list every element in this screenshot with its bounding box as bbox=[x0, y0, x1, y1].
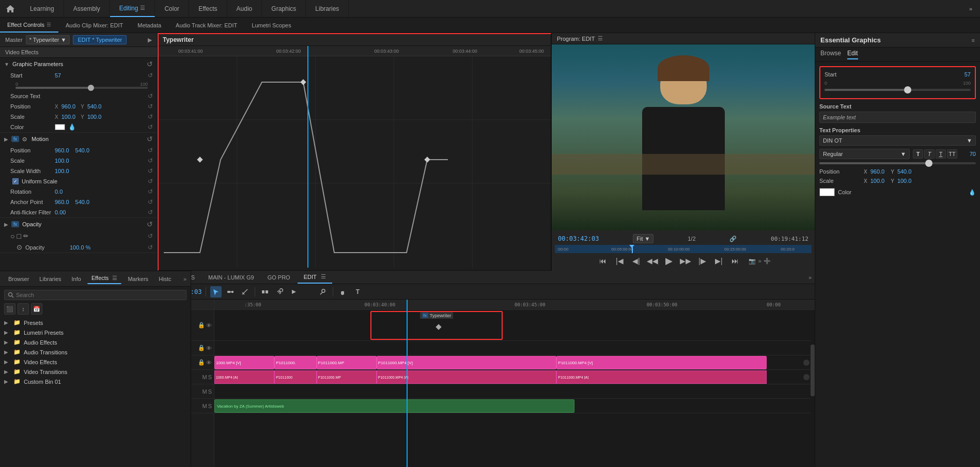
position-y-value[interactable]: 540.0 bbox=[87, 103, 102, 110]
eg-source-text-input[interactable]: Example text bbox=[819, 112, 976, 123]
typewriter-clip[interactable]: fx Typewriter bbox=[370, 311, 503, 340]
monitor-time[interactable]: 00:03:42:03 bbox=[558, 235, 599, 242]
motion-pos-reset[interactable]: ↺ bbox=[148, 147, 153, 154]
motion-pos-y[interactable]: 540.0 bbox=[75, 147, 90, 153]
more-workspaces-button[interactable]: » bbox=[961, 6, 980, 12]
eg-scale-x[interactable]: 100.0 bbox=[870, 178, 885, 184]
anti-flicker-reset[interactable]: ↺ bbox=[148, 209, 153, 216]
monitor-timeline[interactable]: :00:00 00:05:00:00 00:10:00:00 00:15:00:… bbox=[555, 245, 812, 253]
tab-markers[interactable]: Markers bbox=[123, 274, 152, 284]
tab-history[interactable]: Histc bbox=[154, 274, 175, 284]
link-icon[interactable]: 🔗 bbox=[729, 236, 737, 242]
timeline-more-btn[interactable]: » bbox=[808, 274, 812, 281]
graphic-parameters-header[interactable]: ▼ Graphic Parameters ↺ bbox=[0, 58, 157, 70]
eg-start-slider[interactable] bbox=[825, 89, 971, 91]
tracks-content-area[interactable]: :35:00 00:03:40:00 00:03:45:00 00:03:50:… bbox=[214, 300, 815, 467]
eg-start-slider-thumb[interactable] bbox=[904, 86, 911, 94]
eg-font-size[interactable]: 70 bbox=[960, 151, 976, 157]
v2-lock-btn[interactable]: 🔒 bbox=[198, 345, 205, 351]
eg-font-dropdown[interactable]: DIN OT ▼ bbox=[819, 135, 976, 146]
v1-clip-3[interactable]: P1011000.MP4 [V] bbox=[377, 356, 557, 369]
eg-style-dropdown[interactable]: Regular ▼ bbox=[819, 149, 910, 159]
opacity-val-reset[interactable]: ↺ bbox=[148, 232, 153, 240]
timeline-tab-main[interactable]: MAIN - LUMIX G9 bbox=[202, 271, 260, 284]
effects-search-input[interactable] bbox=[16, 292, 183, 298]
v3-lock-btn[interactable]: 🔒 bbox=[198, 322, 205, 329]
edit-typewriter-badge[interactable]: EDIT * Typewriter bbox=[73, 35, 127, 44]
timeline-tab-edit[interactable]: EDIT ☰ bbox=[298, 271, 332, 284]
start-slider-row[interactable]: 0 100 bbox=[0, 81, 157, 91]
monitor-fwd-btn[interactable]: ▶▶ bbox=[678, 255, 693, 267]
anchor-reset[interactable]: ↺ bbox=[148, 198, 153, 206]
opacity-pen-icon[interactable]: ✏ bbox=[23, 232, 28, 240]
motion-pos-x[interactable]: 960.0 bbox=[55, 147, 69, 153]
eg-menu-icon[interactable]: ≡ bbox=[972, 37, 975, 43]
tree-item-presets[interactable]: ▶ 📁 Presets bbox=[0, 318, 191, 328]
panel-tab-metadata[interactable]: Metadata bbox=[130, 18, 168, 33]
tab-editing[interactable]: Editing ☰ bbox=[110, 0, 155, 17]
tab-effects[interactable]: Effects ☰ bbox=[87, 273, 122, 284]
a1-clip-3[interactable]: P1011000.MP4 [A] bbox=[377, 370, 557, 384]
start-reset-btn[interactable]: ↺ bbox=[148, 72, 153, 79]
reset-graphic-btn[interactable]: ↺ bbox=[147, 60, 153, 68]
smallcaps-btn[interactable]: TT bbox=[947, 149, 957, 159]
track-select-tool[interactable] bbox=[303, 286, 314, 298]
uniform-scale-checkbox[interactable]: ✓ bbox=[12, 178, 19, 184]
scale-y-value[interactable]: 100.0 bbox=[87, 114, 102, 120]
tree-item-video-transitions[interactable]: ▶ 📁 Video Transitions bbox=[0, 367, 191, 377]
tab-learning[interactable]: Learning bbox=[21, 0, 64, 17]
a1-clip-2[interactable]: P1011000.MP bbox=[317, 370, 377, 384]
effects-tool-1[interactable]: ⬛ bbox=[4, 303, 15, 315]
v1-clip-1[interactable]: P1011000. bbox=[274, 356, 316, 369]
tab-browser[interactable]: Browser bbox=[4, 274, 33, 284]
scale-reset-btn[interactable]: ↺ bbox=[148, 113, 153, 120]
uniform-scale-reset[interactable]: ↺ bbox=[148, 178, 153, 185]
monitor-menu-icon[interactable]: ☰ bbox=[598, 35, 603, 42]
monitor-more-icon[interactable]: » bbox=[758, 258, 761, 264]
eg-pos-x[interactable]: 960.0 bbox=[870, 168, 885, 175]
monitor-prev-edit-btn[interactable]: |◀ bbox=[612, 255, 627, 267]
effects-tool-2[interactable]: ↕ bbox=[18, 303, 29, 315]
panel-forward-arrow[interactable]: ▶ bbox=[148, 37, 152, 43]
v1-clip-4[interactable]: P1011000.MP4 [V] bbox=[556, 356, 767, 369]
eg-start-value[interactable]: 57 bbox=[965, 71, 971, 77]
eg-size-slider-thumb[interactable] bbox=[925, 160, 932, 167]
expand-arrow[interactable]: ▼ bbox=[4, 61, 9, 67]
a1-mute-btn[interactable]: S bbox=[208, 374, 212, 380]
a1-clip-4[interactable]: P1011000.MP4 [A] bbox=[556, 370, 767, 384]
start-value[interactable]: 57 bbox=[55, 72, 61, 79]
position-reset-btn[interactable]: ↺ bbox=[148, 103, 153, 110]
v1-volume-knob[interactable] bbox=[803, 360, 810, 366]
monitor-camera-icon[interactable]: 📷 bbox=[749, 258, 756, 264]
tab-effects[interactable]: Effects bbox=[189, 0, 227, 17]
monitor-back-frame-btn[interactable]: ◀| bbox=[629, 255, 643, 267]
video-effects-header[interactable]: Video Effects bbox=[0, 47, 157, 58]
eg-tab-edit[interactable]: Edit bbox=[847, 50, 858, 59]
fit-dropdown[interactable]: Fit ▼ bbox=[633, 234, 654, 243]
tree-item-video-effects[interactable]: ▶ 📁 Video Effects bbox=[0, 357, 191, 367]
wrench-tool[interactable] bbox=[317, 286, 329, 298]
eg-size-slider[interactable] bbox=[819, 162, 976, 164]
monitor-fwd-frame-btn[interactable]: |▶ bbox=[695, 255, 709, 267]
bottom-panel-more[interactable]: » bbox=[183, 276, 186, 282]
a1-clip-0[interactable]: 1000.MP4 [A] bbox=[214, 370, 274, 384]
edit-tab-menu-icon[interactable]: ☰ bbox=[321, 273, 326, 280]
anchor-x[interactable]: 960.0 bbox=[55, 199, 69, 205]
effects-tool-3[interactable]: 📅 bbox=[31, 303, 42, 315]
motion-header[interactable]: ▶ fx ⊙ Motion ↺ bbox=[0, 133, 157, 145]
timeline-tab-gopro[interactable]: GO PRO bbox=[261, 271, 297, 284]
insert-tool[interactable] bbox=[288, 286, 300, 298]
anchor-y[interactable]: 540.0 bbox=[75, 199, 90, 205]
panel-tab-audio-track-mixer[interactable]: Audio Track Mixer: EDIT bbox=[168, 18, 244, 33]
monitor-step-back-btn[interactable]: ⏮ bbox=[596, 255, 610, 267]
tree-item-lumetri[interactable]: ▶ 📁 Lumetri Presets bbox=[0, 328, 191, 337]
scale-x-value[interactable]: 100.0 bbox=[61, 114, 76, 120]
tab-color[interactable]: Color bbox=[155, 0, 189, 17]
motion-scale-reset[interactable]: ↺ bbox=[148, 157, 153, 164]
tree-item-custom-bin[interactable]: ▶ 📁 Custom Bin 01 bbox=[0, 377, 191, 386]
a3-mute-btn[interactable]: S bbox=[208, 403, 212, 409]
panel-tab-effect-controls[interactable]: Effect Controls ☰ bbox=[0, 18, 58, 33]
a3-lock-btn[interactable]: M bbox=[202, 403, 207, 409]
v1-clip-0[interactable]: 1000.MP4 [V] bbox=[214, 356, 274, 369]
tab-graphics[interactable]: Graphics bbox=[262, 0, 306, 17]
